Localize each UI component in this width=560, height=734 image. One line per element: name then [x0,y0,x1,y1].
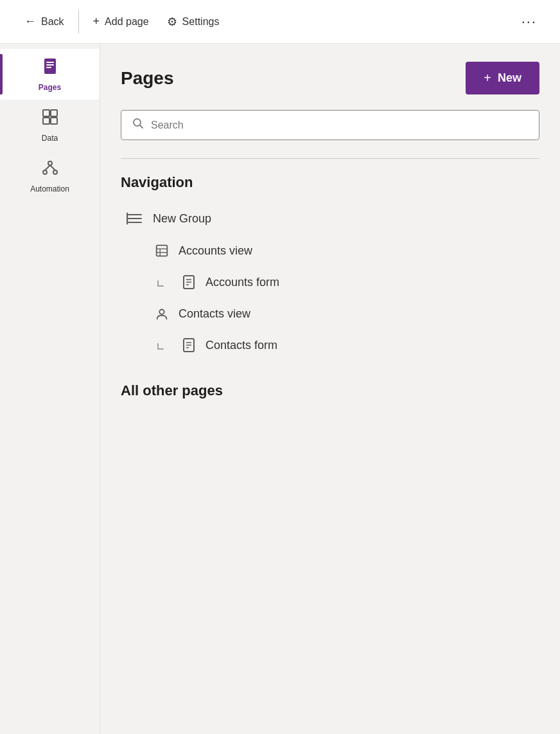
pages-icon [40,57,60,80]
svg-point-27 [159,310,164,314]
add-page-button[interactable]: + Add page [84,10,158,33]
svg-rect-7 [51,118,57,124]
nav-item-accounts-view[interactable]: Accounts view [121,236,539,265]
svg-rect-19 [157,246,168,256]
sidebar: Pages Data [0,44,100,734]
new-button-label: New [498,71,521,85]
contacts-view-icon [154,305,170,322]
nav-item-accounts-view-label: Accounts view [179,244,252,258]
navigation-section-title: Navigation [121,174,539,191]
nav-item-new-group[interactable]: New Group [121,204,539,233]
accounts-form-arrow-icon [154,276,170,289]
data-icon [40,107,60,131]
svg-rect-6 [43,118,49,124]
svg-rect-5 [51,110,57,116]
page-title: Pages [121,68,174,89]
contacts-form-icon [181,337,197,353]
new-button[interactable]: + New [466,62,539,94]
sidebar-item-pages[interactable]: Pages [0,49,100,100]
back-icon: ← [24,15,36,28]
settings-label: Settings [182,16,220,28]
automation-icon [40,158,60,182]
svg-line-11 [45,165,50,170]
search-container [121,110,539,140]
nav-item-accounts-form[interactable]: Accounts form [121,268,539,296]
svg-rect-2 [46,64,54,66]
search-input[interactable] [151,120,529,131]
accounts-form-icon [181,274,197,290]
svg-rect-1 [46,62,54,63]
svg-rect-3 [46,67,51,68]
sidebar-item-data-label: Data [42,134,58,143]
add-page-label: Add page [105,16,149,28]
more-icon: ··· [521,13,537,30]
content-area: Pages + New Navigation [100,44,560,734]
svg-rect-4 [43,110,49,116]
nav-item-contacts-view-label: Contacts view [179,307,250,321]
toolbar-divider [78,10,79,33]
settings-icon: ⚙ [167,15,177,29]
sidebar-item-data[interactable]: Data [0,100,100,150]
new-button-plus-icon: + [484,71,491,85]
content-header: Pages + New [121,62,539,94]
svg-line-12 [50,165,55,170]
sidebar-item-pages-label: Pages [39,83,61,92]
new-group-icon [126,210,144,227]
back-button[interactable]: ← Back [15,10,73,33]
toolbar: ← Back + Add page ⚙ Settings ··· [0,0,560,44]
svg-point-10 [53,170,57,174]
main-layout: Pages Data [0,44,560,734]
accounts-view-icon [154,242,170,259]
svg-point-8 [43,170,47,174]
nav-item-contacts-view[interactable]: Contacts view [121,299,539,328]
section-divider [121,158,539,159]
contacts-form-arrow-icon [154,339,170,352]
svg-rect-0 [44,58,56,74]
back-label: Back [41,16,64,28]
sidebar-item-automation[interactable]: Automation [0,150,100,201]
all-other-pages-title: All other pages [121,382,539,399]
nav-item-contacts-form[interactable]: Contacts form [121,331,539,359]
nav-item-contacts-form-label: Contacts form [206,339,277,352]
settings-button[interactable]: ⚙ Settings [158,10,229,34]
plus-icon: + [93,15,100,28]
svg-point-9 [48,161,52,165]
search-icon [132,117,144,133]
svg-line-14 [140,125,143,129]
nav-item-accounts-form-label: Accounts form [206,276,279,289]
sidebar-item-automation-label: Automation [30,184,69,193]
more-button[interactable]: ··· [514,8,545,35]
nav-item-new-group-label: New Group [153,212,211,226]
